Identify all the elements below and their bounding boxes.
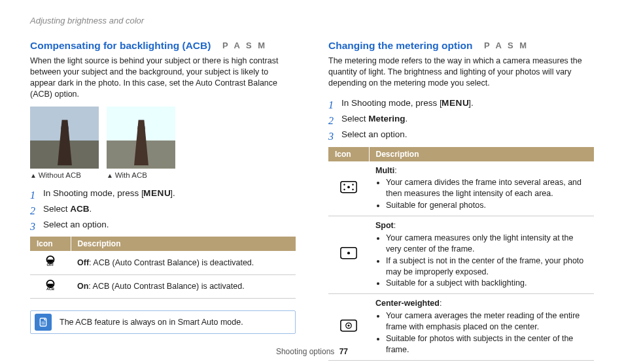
multi-metering-icon [339,180,358,197]
list-item: If a subject is not in the center of the… [386,256,587,278]
svg-text:OFF: OFF [47,263,55,267]
svg-point-15 [347,325,349,327]
spot-metering-icon [339,246,358,263]
metering-steps: In Shooting mode, press [MENU]. Select M… [328,95,594,143]
svg-point-6 [347,186,350,188]
note-icon [35,314,52,331]
figure-without-acb: Without ACB [30,107,99,179]
metering-lead: The metering mode refers to the way in w… [328,56,594,89]
acb-options-table: Icon Description OFF Off: ACB (Auto Cont… [30,237,296,298]
list-item: Your camera measures only the light inte… [386,233,587,255]
note-text: The ACB feature is always on in Smart Au… [60,318,243,327]
photo-with-acb [107,107,175,169]
th-icon: Icon [30,237,71,251]
th-desc: Description [369,147,594,161]
svg-point-10 [352,188,353,190]
th-desc: Description [71,237,296,251]
acb-note: The ACB feature is always on in Smart Au… [30,310,296,334]
list-item: Your camera averages the meter reading o… [386,310,587,333]
column-acb: Compensating for backlighting (ACB) P A … [30,40,296,361]
page-footer: Shooting options 77 [0,347,624,356]
svg-text:ACB: ACB [46,287,54,291]
menu-button-glyph: MENU [442,95,469,110]
breadcrumb: Adjusting brightness and color [30,16,594,25]
metering-options-table: Icon Description Multi: Your camera divi… [328,147,594,361]
th-icon: Icon [328,147,369,161]
footer-section: Shooting options [276,347,334,356]
metering-step-2: Select Metering. [328,111,594,127]
table-row: Spot: Your camera measures only the ligh… [328,216,594,294]
figure-with-acb: With ACB [107,107,175,179]
column-metering: Changing the metering option P A S M The… [328,40,594,361]
menu-button-glyph: MENU [143,186,171,201]
center-weighted-icon [339,319,358,335]
acb-step-2: Select ACB. [30,201,296,217]
metering-step-1: In Shooting mode, press [MENU]. [328,95,594,111]
acb-on-icon: ACB [43,279,58,291]
mode-indicator: P A S M [484,41,529,50]
list-item: Your camera divides the frame into sever… [386,177,587,199]
metering-step-3: Select an option. [328,127,594,142]
list-item: Suitable for a subject with backlighting… [386,278,587,289]
acb-off-icon: OFF [43,255,58,267]
svg-point-12 [347,252,350,255]
acb-steps: In Shooting mode, press [MENU]. Select A… [30,186,296,233]
acb-step-1: In Shooting mode, press [MENU]. [30,186,296,201]
metering-heading: Changing the metering option [328,40,472,52]
table-row: ACB On: ACB (Auto Contrast Balance) is a… [30,274,296,298]
table-row: Multi: Your camera divides the frame int… [328,161,594,216]
caption-without-acb: Without ACB [30,171,99,179]
svg-point-8 [352,184,353,185]
mode-indicator: P A S M [222,41,267,50]
photo-without-acb [30,107,99,169]
page-number: 77 [339,347,348,356]
svg-point-7 [343,184,345,185]
caption-with-acb: With ACB [107,171,175,179]
acb-step-3: Select an option. [30,217,296,233]
acb-lead: When the light source is behind your sub… [30,56,296,100]
table-row: OFF Off: ACB (Auto Contrast Balance) is … [30,251,296,274]
list-item: Suitable for general photos. [386,200,587,211]
acb-heading: Compensating for backlighting (ACB) [30,40,211,52]
svg-point-9 [343,188,345,190]
